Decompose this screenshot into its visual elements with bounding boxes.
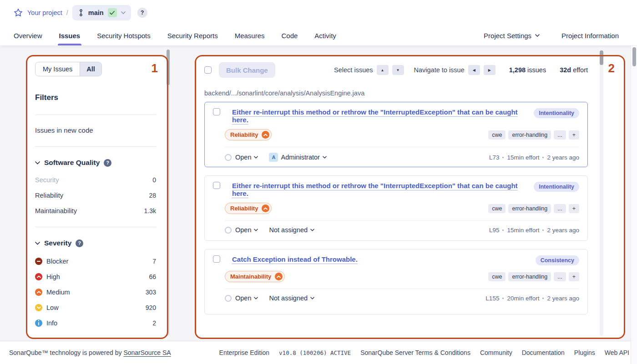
facet-item-reliability[interactable]: Reliability 28 (35, 188, 156, 203)
facet-software-quality-header[interactable]: Software Quality ? (35, 159, 156, 167)
footer-link-terms[interactable]: SonarQube Server Terms & Conditions (360, 349, 470, 356)
issue-title-link[interactable]: Either re-interrupt this method or rethr… (232, 108, 534, 124)
content-area: My Issues All Filters Issues in new code… (0, 46, 637, 341)
facet-item-medium[interactable]: Medium 303 (35, 284, 156, 300)
more-tags-chip[interactable]: ... (554, 204, 566, 213)
issue-card[interactable]: Either re-interrupt this method or rethr… (204, 102, 588, 167)
issue-list-scrollbar[interactable] (600, 50, 603, 336)
navigate-next-button[interactable]: ▶ (484, 65, 495, 75)
tab-overview[interactable]: Overview (14, 25, 42, 45)
software-quality-pill[interactable]: Maintainability (225, 271, 285, 282)
toggle-my-issues[interactable]: My Issues (35, 62, 80, 76)
issue-title-link[interactable]: Either re-interrupt this method or rethr… (232, 182, 534, 197)
assignee-dropdown[interactable]: Not assigned (269, 294, 314, 302)
issue-list-scrollbar-thumb[interactable] (600, 50, 603, 65)
footer-link-plugins[interactable]: Plugins (574, 349, 595, 356)
add-tag-chip[interactable]: + (569, 272, 579, 281)
tag-chip[interactable]: cwe (488, 272, 506, 281)
issue-card[interactable]: Either re-interrupt this method or rethr… (204, 175, 588, 241)
facet-item-security[interactable]: Security 0 (35, 172, 156, 188)
issue-line: L73 (489, 154, 500, 161)
issues-total-word: issues (527, 66, 546, 74)
tag-chip[interactable]: cwe (488, 130, 506, 140)
issues-total-count: 1,298 (509, 66, 526, 74)
powered-by-text: SonarQube™ technology is powered by Sona… (9, 349, 171, 356)
more-tags-chip[interactable]: ... (554, 272, 566, 281)
severity-help-icon[interactable]: ? (76, 239, 83, 247)
favorite-star-icon[interactable] (14, 8, 23, 17)
software-quality-pill[interactable]: Reliability (225, 129, 272, 140)
assignee-dropdown[interactable]: Not assigned (269, 226, 314, 234)
facet-item-high[interactable]: High 66 (35, 269, 156, 284)
divider (35, 146, 156, 147)
issue-checkbox[interactable] (213, 182, 220, 189)
arrow-left-icon: ◀ (473, 68, 475, 72)
divider (225, 147, 579, 147)
software-quality-pill[interactable]: Reliability (225, 203, 272, 214)
issue-title-link[interactable]: Catch Exception instead of Throwable. (232, 255, 358, 263)
page-scrollbar[interactable] (631, 46, 637, 364)
project-settings-menu[interactable]: Project Settings (484, 32, 540, 40)
issue-checkbox[interactable] (213, 255, 220, 263)
select-next-issue-button[interactable]: ▼ (392, 65, 404, 75)
tag-chip[interactable]: error-handling (508, 272, 551, 281)
facet-severity-title: Severity (44, 239, 71, 247)
facet-item-info[interactable]: Info 2 (35, 315, 156, 331)
breadcrumb-project-link[interactable]: Your project (27, 9, 62, 16)
tag-chip[interactable]: error-handling (508, 130, 551, 140)
select-previous-issue-button[interactable]: ▲ (377, 65, 389, 75)
facet-item-maintainability[interactable]: Maintainability 1.3k (35, 203, 156, 219)
divider (35, 115, 156, 115)
tag-chip[interactable]: error-handling (508, 204, 551, 213)
more-tags-chip[interactable]: ... (554, 130, 566, 140)
facet-count: 66 (149, 273, 156, 280)
tab-activity[interactable]: Activity (314, 25, 336, 45)
filter-issues-in-new-code[interactable]: Issues in new code (35, 126, 156, 134)
tab-code[interactable]: Code (282, 25, 298, 45)
toggle-all[interactable]: All (80, 62, 101, 76)
clean-code-attribute-badge: Intentionality (534, 182, 579, 192)
select-all-checkbox[interactable] (204, 66, 212, 74)
tab-issues[interactable]: Issues (59, 25, 81, 45)
assignee-dropdown[interactable]: A Administrator (269, 153, 326, 162)
status-dropdown[interactable]: Open (235, 294, 258, 302)
filters-sidebar: My Issues All Filters Issues in new code… (35, 62, 156, 331)
page-scrollbar-thumb[interactable] (632, 47, 636, 66)
footer-link-community[interactable]: Community (480, 349, 512, 356)
facet-severity-header[interactable]: Severity ? (35, 239, 156, 247)
branch-help-icon[interactable]: ? (137, 8, 147, 18)
sidebar-scrollbar[interactable] (167, 50, 170, 336)
sidebar-scrollbar-thumb[interactable] (167, 50, 170, 85)
navigate-previous-button[interactable]: ◀ (468, 65, 480, 75)
status-dropdown[interactable]: Open (235, 226, 258, 234)
issue-card[interactable]: Catch Exception instead of Throwable. Co… (204, 249, 588, 314)
project-nav: Overview Issues Security Hotspots Securi… (0, 25, 637, 46)
issue-checkbox[interactable] (213, 108, 220, 115)
add-tag-chip[interactable]: + (569, 130, 579, 140)
bulk-change-button[interactable]: Bulk Change (219, 62, 275, 78)
facet-count: 920 (146, 304, 156, 311)
project-information-link[interactable]: Project Information (561, 32, 619, 40)
medium-severity-icon (275, 273, 283, 280)
status-label: Open (235, 294, 251, 302)
footer-link-web-api[interactable]: Web API (605, 349, 629, 356)
info-severity-icon (35, 319, 42, 327)
software-quality-help-icon[interactable]: ? (104, 159, 111, 167)
status-dropdown[interactable]: Open (235, 154, 258, 161)
footer: SonarQube™ technology is powered by Sona… (0, 341, 637, 364)
open-status-icon (225, 227, 232, 234)
branch-selector[interactable]: main (72, 5, 131, 20)
facet-item-low[interactable]: Low 920 (35, 300, 156, 315)
footer-link-documentation[interactable]: Documentation (522, 349, 565, 356)
assignee-label: Administrator (281, 154, 319, 161)
tag-chip[interactable]: cwe (488, 204, 506, 213)
sonarsource-link[interactable]: SonarSource SA (123, 349, 171, 356)
facet-item-blocker[interactable]: Blocker 7 (35, 254, 156, 269)
issue-age: 2 years ago (547, 295, 579, 302)
tab-security-hotspots[interactable]: Security Hotspots (97, 25, 151, 45)
facet-label: Reliability (35, 192, 63, 199)
add-tag-chip[interactable]: + (569, 204, 579, 213)
tab-security-reports[interactable]: Security Reports (167, 25, 218, 45)
issues-scope-toggle: My Issues All (35, 62, 102, 76)
tab-measures[interactable]: Measures (235, 25, 265, 45)
